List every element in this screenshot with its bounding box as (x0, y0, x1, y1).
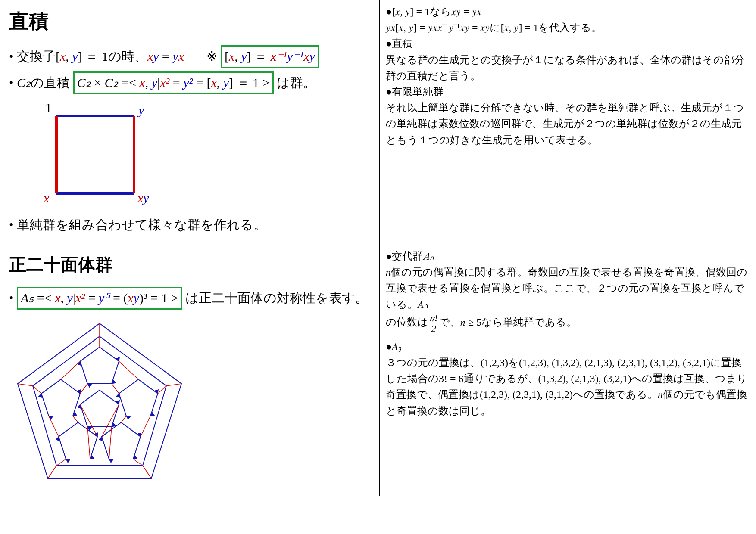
note-line: それ以上簡単な群に分解できない時、その群を単純群と呼ぶ。生成元が１つの単純群は素… (386, 100, 750, 148)
var-y5: y⁵ (99, 291, 109, 305)
text: • (9, 291, 17, 305)
note-line: 𝑛個の元の偶置換に関する群。奇数回の互換で表せる置換を奇置換、偶数回の互換で表せ… (386, 264, 750, 313)
text: =< (34, 291, 55, 305)
svg-line-33 (80, 404, 97, 437)
var-x2: x² (160, 75, 169, 90)
text: • (9, 75, 17, 90)
text: , (217, 75, 223, 90)
cell-icosahedral-right: ●交代群𝐴ₙ 𝑛個の元の偶置換に関する群。奇数回の互換で表せる置換を奇置換、偶数… (380, 245, 756, 496)
greenbox-commutator-def: [x, y] ＝ x⁻¹y⁻¹xy (221, 45, 319, 68)
bullet-commutator: • 交換子[x, y] ＝ 1の時、xy = yx ※ [x, y] ＝ x⁻¹… (9, 45, 371, 68)
c2: C₂ (17, 75, 31, 90)
bullet-c2-product: • C₂の直積 C₂ × C₂ =< x, y|x² = y² = [x, y]… (9, 71, 371, 94)
var-x: x (147, 49, 153, 63)
text: = (109, 291, 123, 305)
svg-line-9 (48, 466, 56, 478)
svg-marker-13 (41, 379, 80, 416)
svg-line-20 (112, 384, 119, 394)
svg-line-25 (73, 416, 78, 422)
text: ] ＝ 1の時、 (78, 49, 147, 63)
var-x: x (128, 291, 133, 305)
note-line: の位数は𝑛!2で、𝑛 ≥ 5なら単純群である。 (386, 313, 750, 334)
var-y: y (172, 49, 178, 63)
sq-label-y: y (138, 103, 144, 118)
text: = 1 > (147, 291, 178, 305)
text: は群。 (277, 75, 316, 90)
svg-marker-14 (102, 422, 141, 459)
c2: C₂ (77, 75, 91, 90)
page: 直積 • 交換子[x, y] ＝ 1の時、xy = yx ※ [x, y] ＝ … (0, 0, 756, 496)
text: , (234, 49, 241, 63)
var-y: y (152, 75, 157, 90)
var-y: y (223, 75, 229, 90)
text: [ (225, 49, 229, 63)
c2: C₂ (104, 75, 118, 90)
cell-icosahedral-left: 正二十面体群 • A₅ =< x, y|x² = y⁵ = (xy)³ = 1 … (0, 245, 380, 496)
var-yinv: y⁻¹ (287, 49, 303, 63)
a5: A₅ (21, 291, 34, 305)
svg-line-29 (56, 459, 66, 466)
note-mark: ※ (206, 49, 217, 63)
greenbox-a5: A₅ =< x, y|x² = y⁵ = (xy)³ = 1 > (17, 287, 182, 310)
text: は正二十面体の対称性を表す。 (182, 291, 368, 305)
var-y: y (153, 49, 159, 63)
text: ( (123, 291, 128, 305)
svg-line-10 (18, 384, 33, 386)
var-x: x (303, 49, 309, 63)
svg-line-7 (166, 384, 181, 386)
var-x2: x² (75, 291, 85, 305)
sq-label-xy: xy (137, 191, 149, 205)
text: = [ (193, 75, 211, 90)
var-y: y (241, 49, 247, 63)
var-y: y (309, 49, 315, 63)
svg-line-8 (143, 466, 151, 478)
svg-marker-15 (59, 422, 97, 459)
svg-line-18 (119, 361, 138, 379)
svg-line-19 (61, 361, 80, 379)
text: =< (118, 75, 139, 90)
sq-label-1: 1 (45, 100, 52, 115)
text: , (61, 291, 67, 305)
var-y2: y² (183, 75, 193, 90)
svg-line-23 (49, 416, 59, 437)
text: , (145, 75, 152, 90)
var-x: x (55, 291, 60, 305)
svg-line-22 (141, 416, 150, 437)
pentagon-diagram (9, 315, 371, 489)
svg-marker-12 (119, 379, 158, 416)
text: = (169, 75, 183, 90)
note-line: 𝑦𝑥[𝑥, 𝑦] = 𝑦𝑥𝑥⁻¹𝑦⁻¹𝑥𝑦 = 𝑥𝑦に[𝑥, 𝑦] = 1を代入… (386, 20, 750, 36)
greenbox-c2xc2: C₂ × C₂ =< x, y|x² = y² = [x, y] ＝ 1 > (73, 71, 274, 94)
bullet-simple-groups: • 単純群を組み合わせて様々な群を作れる。 (9, 215, 371, 234)
note-line: ●交代群𝐴ₙ (386, 248, 750, 264)
svg-line-27 (87, 427, 90, 459)
pentagon-svg (9, 315, 190, 487)
var-x: x (229, 49, 234, 63)
svg-line-21 (80, 384, 87, 394)
text: ] ＝ (247, 49, 271, 63)
row-direct-product: 直積 • 交換子[x, y] ＝ 1の時、xy = yx ※ [x, y] ＝ … (0, 0, 756, 245)
svg-line-26 (109, 427, 112, 459)
note-line: ●有限単純群 (386, 84, 750, 100)
svg-marker-16 (80, 390, 119, 427)
svg-line-24 (121, 416, 126, 422)
note-line: ●𝐴₃ (386, 339, 750, 355)
note-line: ●[𝑥, 𝑦] = 1なら𝑥𝑦 = 𝑦𝑥 (386, 4, 750, 20)
title-icosahedral: 正二十面体群 (9, 253, 371, 276)
var-x: x (60, 49, 66, 63)
text: ] ＝ 1 > (229, 75, 269, 90)
var-x: x (178, 49, 184, 63)
text: = (85, 291, 99, 305)
text: の直積 (31, 75, 70, 90)
cell-direct-product-left: 直積 • 交換子[x, y] ＝ 1の時、xy = yx ※ [x, y] ＝ … (0, 0, 380, 245)
bullet-a5: • A₅ =< x, y|x² = y⁵ = (xy)³ = 1 > は正二十面… (9, 287, 371, 310)
var-x: x (139, 75, 145, 90)
note-line: 異なる群の生成元との交換子が１になる条件があれば、全体の群はその部分群の直積だと… (386, 52, 750, 84)
row-icosahedral: 正二十面体群 • A₅ =< x, y|x² = y⁵ = (xy)³ = 1 … (0, 245, 756, 496)
var-x: x (211, 75, 216, 90)
text: × (91, 75, 105, 90)
text: = (159, 49, 172, 63)
svg-line-28 (133, 459, 143, 466)
svg-line-32 (102, 404, 119, 437)
square-diagram: 1 y x xy (31, 99, 160, 211)
